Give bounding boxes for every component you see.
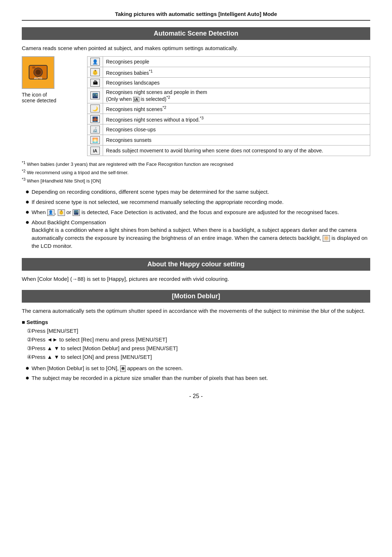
- bullet-dot: ●: [25, 374, 29, 382]
- bullet-item: ● If desired scene type is not selected,…: [25, 198, 370, 206]
- bullet-item: ● About Backlight Compensation Backlight…: [25, 218, 370, 250]
- table-row: 🏔 Recognises landscapes: [87, 78, 370, 88]
- table-row: 👤 Recognises people: [87, 57, 370, 67]
- bullet-text: About Backlight Compensation Backlight i…: [32, 218, 370, 250]
- scene-icon-people: 👤: [87, 57, 103, 67]
- footnote-1: *1 When babies (under 3 years) that are …: [22, 160, 370, 168]
- table-row: 👶 Recognises babies*1: [87, 67, 370, 78]
- section2-text: When [Color Mode] (→88) is set to [Happy…: [22, 276, 370, 282]
- svg-rect-3: [32, 66, 35, 69]
- section-motion-deblur: [Motion Deblur] The camera automatically…: [22, 290, 370, 382]
- scene-icon-sunset: 🌅: [87, 135, 103, 145]
- footnote-2: *2 We recommend using a tripod and the s…: [22, 168, 370, 176]
- scene-desc-closeup: Recognises close-ups: [103, 124, 370, 135]
- footnotes: *1 When babies (under 3 years) that are …: [22, 160, 370, 184]
- scene-icon-image: AUTO: [22, 56, 54, 89]
- scene-icon-motion: iA: [87, 145, 103, 156]
- table-row: 🌉 Recognises night scenes without a trip…: [87, 114, 370, 124]
- scene-icon-babies: 👶: [87, 67, 103, 78]
- step-3: ③Press ▲ ▼ to select [Motion Deblur] and…: [27, 344, 370, 353]
- scene-icon-box: AUTO The icon of scene detected: [22, 56, 80, 156]
- bullet-dot: ●: [25, 218, 29, 226]
- section1-intro: Camera reads scene when pointed at subje…: [22, 45, 370, 51]
- page-header-text: Taking pictures with automatic settings …: [115, 11, 277, 17]
- section1-bullets: ● Depending on recording conditions, dif…: [25, 188, 370, 250]
- section3-bullets: ● When [Motion Deblur] is set to [ON], ⊕…: [25, 364, 370, 382]
- settings-steps: ①Press [MENU/SET] ②Press ◄► to select [R…: [27, 327, 370, 361]
- scene-icon-closeup: 🔬: [87, 124, 103, 135]
- bullet-text: When 👤, 👶 or 🌃 is detected, Face Detecti…: [32, 208, 339, 216]
- bullet-item: ● When 👤, 👶 or 🌃 is detected, Face Detec…: [25, 208, 370, 216]
- bullet-item: ● Depending on recording conditions, dif…: [25, 188, 370, 196]
- scene-desc-sunset: Recognises sunsets: [103, 135, 370, 145]
- bullet-dot: ●: [25, 208, 29, 216]
- scene-desc-people: Recognises people: [103, 57, 370, 67]
- scene-desc-landscapes: Recognises landscapes: [103, 78, 370, 88]
- table-row: 🌙 Recognises night scenes*2: [87, 103, 370, 114]
- bullet-dot: ●: [25, 198, 29, 206]
- table-row: iA Reads subject movement to avoid blurr…: [87, 145, 370, 156]
- step-1: ①Press [MENU/SET]: [27, 327, 370, 335]
- page-number: - 25 -: [22, 393, 370, 400]
- scene-icon-landscapes: 🏔: [87, 78, 103, 88]
- bullet-text: If desired scene type is not selected, w…: [32, 198, 284, 206]
- scene-desc-night-notripod: Recognises night scenes without a tripod…: [103, 114, 370, 124]
- table-row: 🌅 Recognises sunsets: [87, 135, 370, 145]
- bullet-item: ● When [Motion Deblur] is set to [ON], ⊕…: [25, 364, 370, 372]
- bullet-text: When [Motion Deblur] is set to [ON], ⊕ a…: [32, 364, 183, 372]
- step-2: ②Press ◄► to select [Rec] menu and press…: [27, 335, 370, 344]
- scene-desc-babies: Recognises babies*1: [103, 67, 370, 78]
- section-auto-scene: Automatic Scene Detection Camera reads s…: [22, 27, 370, 250]
- bullet-text: The subject may be recorded in a picture…: [32, 374, 268, 382]
- footnote-3: *3 When [iHandheld Nite Shot] is [ON]: [22, 176, 370, 185]
- scene-desc-night-people: Recognises night scenes and people in th…: [103, 88, 370, 103]
- scene-camera-icon: AUTO: [27, 62, 49, 83]
- section-happy-colour: About the Happy colour setting When [Col…: [22, 258, 370, 282]
- step-4: ④Press ▲ ▼ to select [ON] and press [MEN…: [27, 353, 370, 361]
- scene-icon-label: The icon of scene detected: [22, 92, 80, 103]
- section1-title: Automatic Scene Detection: [22, 27, 370, 40]
- svg-point-2: [36, 70, 41, 75]
- section2-title: About the Happy colour setting: [22, 258, 370, 271]
- bullet-text: Depending on recording conditions, diffe…: [32, 188, 269, 196]
- bullet-dot: ●: [25, 188, 29, 196]
- scene-desc-night: Recognises night scenes*2: [103, 103, 370, 114]
- scene-desc-motion: Reads subject movement to avoid blurring…: [103, 145, 370, 156]
- scene-icon-night-people: 🌃: [87, 88, 103, 103]
- settings-header: Settings: [22, 319, 370, 325]
- scene-table: 👤 Recognises people 👶 Recognises babies*…: [87, 56, 370, 156]
- section3-title: [Motion Deblur]: [22, 290, 370, 303]
- scene-icon-night-notripod: 🌉: [87, 114, 103, 124]
- bullet-dot: ●: [25, 364, 29, 372]
- table-row: 🔬 Recognises close-ups: [87, 124, 370, 135]
- svg-text:AUTO: AUTO: [34, 77, 42, 80]
- section3-intro: The camera automatically sets the optimu…: [22, 308, 370, 314]
- bullet-item: ● The subject may be recorded in a pictu…: [25, 374, 370, 382]
- page-header: Taking pictures with automatic settings …: [22, 11, 370, 21]
- scene-detection-layout: AUTO The icon of scene detected 👤 Recogn…: [22, 56, 370, 156]
- scene-icon-night: 🌙: [87, 103, 103, 114]
- table-row: 🌃 Recognises night scenes and people in …: [87, 88, 370, 103]
